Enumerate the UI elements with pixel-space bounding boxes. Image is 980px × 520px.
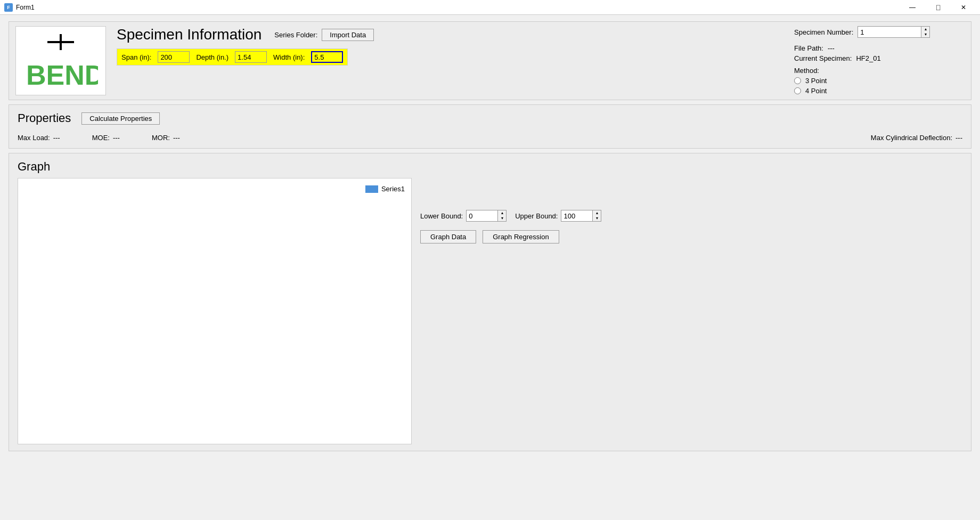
method-label: Method:: [794, 67, 819, 75]
close-button[interactable]: ✕: [951, 0, 976, 15]
specimen-title-row: Specimen Information Series Folder: Impo…: [117, 26, 783, 43]
legend-series-label: Series1: [381, 185, 405, 193]
upper-bound-down[interactable]: ▾: [593, 216, 601, 221]
upper-bound-arrows: ▴ ▾: [593, 210, 601, 222]
moe-value: ---: [113, 134, 120, 142]
upper-bound-item: Upper Bound: ▴ ▾: [515, 210, 601, 222]
specimen-number-row: Specimen Number: ▴ ▾: [794, 26, 965, 38]
upper-bound-label: Upper Bound:: [515, 212, 558, 220]
properties-values: Max Load: --- MOE: --- MOR: --- Max Cyli…: [18, 134, 962, 142]
series-folder-label: Series Folder:: [274, 31, 317, 39]
file-info: File Path: --- Current Specimen: HF2_01: [794, 44, 965, 62]
method-4point-row: 4 Point: [794, 87, 965, 95]
specimen-right: Specimen Number: ▴ ▾ File Path: --- Curr…: [794, 26, 965, 95]
depth-label: Depth (in.): [196, 53, 228, 61]
span-input[interactable]: [158, 51, 190, 63]
specimen-info-title: Specimen Information: [117, 26, 262, 43]
upper-bound-spinner: ▴ ▾: [561, 210, 601, 222]
lower-bound-down[interactable]: ▾: [498, 216, 506, 221]
method-4point-label: 4 Point: [805, 87, 827, 95]
series-folder-row: Series Folder: Import Data: [274, 29, 374, 41]
current-specimen-row: Current Specimen: HF2_01: [794, 54, 965, 62]
logo-box: BEND: [15, 26, 106, 95]
title-bar-controls: — ⎕ ✕: [900, 0, 976, 15]
lower-bound-spinner: ▴ ▾: [466, 210, 507, 222]
depth-input[interactable]: [235, 51, 267, 63]
properties-header: Properties Calculate Properties: [18, 111, 962, 125]
svg-text:BEND: BEND: [26, 60, 98, 90]
file-path-label: File Path:: [794, 44, 823, 52]
method-label-row: Method:: [794, 67, 965, 75]
graph-controls: Lower Bound: ▴ ▾ Upper Bound:: [420, 178, 601, 444]
specimen-number-label: Specimen Number:: [794, 28, 853, 36]
graph-data-button[interactable]: Graph Data: [420, 230, 476, 243]
title-bar: F Form1 — ⎕ ✕: [0, 0, 980, 15]
specimen-number-arrows: ▴ ▾: [921, 26, 930, 38]
dimensions-row: Span (in): Depth (in.) Width (in):: [117, 48, 348, 66]
window-title: Form1: [16, 4, 35, 11]
max-cyl-label: Max Cylindrical Deflection:: [871, 134, 952, 142]
properties-title: Properties: [18, 111, 71, 125]
max-load-value: ---: [53, 134, 60, 142]
mor-label: MOR:: [152, 134, 170, 142]
minimize-button[interactable]: —: [900, 0, 925, 15]
max-load-item: Max Load: ---: [18, 134, 60, 142]
current-specimen-value: HF2_01: [856, 54, 880, 62]
lower-bound-arrows: ▴ ▾: [498, 210, 507, 222]
mor-item: MOR: ---: [152, 134, 180, 142]
properties-section: Properties Calculate Properties Max Load…: [9, 104, 971, 149]
specimen-info: Specimen Information Series Folder: Impo…: [117, 26, 783, 66]
current-specimen-label: Current Specimen:: [794, 54, 852, 62]
calculate-properties-button[interactable]: Calculate Properties: [81, 112, 160, 125]
moe-label: MOE:: [92, 134, 110, 142]
upper-bound-input[interactable]: [561, 210, 593, 222]
graph-layout: Series1 Lower Bound: ▴ ▾: [18, 178, 962, 444]
import-data-button[interactable]: Import Data: [322, 29, 374, 41]
bound-row: Lower Bound: ▴ ▾ Upper Bound:: [420, 210, 601, 222]
graph-regression-button[interactable]: Graph Regression: [483, 230, 559, 243]
top-section: BEND Specimen Information Series Folder:…: [9, 21, 971, 100]
width-label: Width (in):: [273, 53, 305, 61]
moe-item: MOE: ---: [92, 134, 120, 142]
width-input[interactable]: [311, 51, 343, 63]
legend-color-box: [365, 185, 378, 193]
app-icon: F: [4, 3, 13, 12]
method-section: Method: 3 Point 4 Point: [794, 67, 965, 95]
lower-bound-input[interactable]: [466, 210, 498, 222]
graph-area: Series1: [18, 178, 412, 444]
graph-section: Graph Series1 Lower Bound: ▴: [9, 153, 971, 451]
max-cyl-item: Max Cylindrical Deflection: ---: [871, 134, 962, 142]
max-cyl-value: ---: [956, 134, 962, 142]
graph-title: Graph: [18, 160, 962, 174]
method-4point-radio[interactable]: [794, 87, 801, 94]
specimen-number-up[interactable]: ▴: [921, 27, 929, 32]
file-path-value: ---: [828, 44, 835, 52]
lower-bound-label: Lower Bound:: [420, 212, 463, 220]
specimen-number-input[interactable]: [858, 26, 921, 38]
lower-bound-up[interactable]: ▴: [498, 210, 506, 216]
specimen-number-down[interactable]: ▾: [921, 32, 929, 37]
upper-bound-up[interactable]: ▴: [593, 210, 601, 216]
method-3point-label: 3 Point: [805, 77, 827, 85]
restore-button[interactable]: ⎕: [926, 0, 950, 15]
bend-logo: BEND: [23, 31, 98, 90]
method-3point-radio[interactable]: [794, 77, 801, 84]
graph-buttons: Graph Data Graph Regression: [420, 230, 601, 243]
span-label: Span (in):: [121, 53, 151, 61]
max-load-label: Max Load:: [18, 134, 50, 142]
lower-bound-item: Lower Bound: ▴ ▾: [420, 210, 507, 222]
specimen-number-spinner: ▴ ▾: [858, 26, 930, 38]
file-path-row: File Path: ---: [794, 44, 965, 52]
graph-legend: Series1: [365, 185, 405, 193]
mor-value: ---: [173, 134, 180, 142]
method-3point-row: 3 Point: [794, 77, 965, 85]
main-content: BEND Specimen Information Series Folder:…: [0, 15, 980, 458]
